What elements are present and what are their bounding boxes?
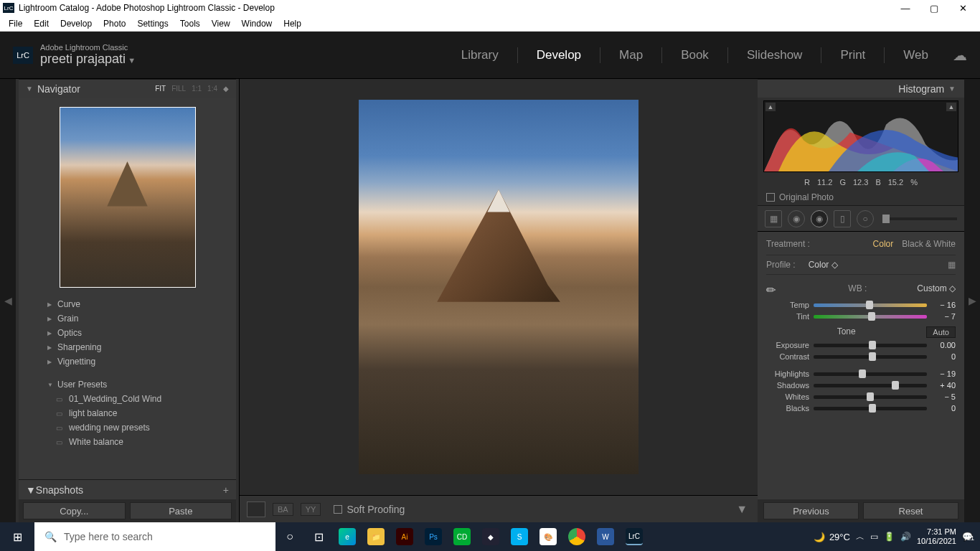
mask-slider[interactable] xyxy=(882,217,957,220)
highlight-clip-icon[interactable]: ▲ xyxy=(946,103,956,111)
coreldraw-icon[interactable]: CD xyxy=(448,522,476,551)
treatment-bw[interactable]: Black & White xyxy=(902,239,956,249)
shadow-clip-icon[interactable]: ▲ xyxy=(765,103,776,111)
explorer-icon[interactable]: 📁 xyxy=(362,522,390,551)
maximize-button[interactable]: ▢ xyxy=(920,1,948,15)
menu-settings[interactable]: Settings xyxy=(131,19,174,29)
preset-group[interactable]: ▶Optics xyxy=(19,326,236,340)
tint-slider[interactable]: Tint − 7 xyxy=(766,311,956,322)
wb-preset-dropdown[interactable]: Custom ◇ xyxy=(917,283,956,293)
zoom-fill[interactable]: FILL xyxy=(171,85,186,93)
treatment-color[interactable]: Color xyxy=(873,239,894,249)
lightroom-taskbar-icon[interactable]: LrC xyxy=(620,522,649,551)
zoom-dropdown-icon[interactable]: ◆ xyxy=(223,85,229,93)
zoom-fit[interactable]: FIT xyxy=(155,85,166,93)
word-icon[interactable]: W xyxy=(591,522,620,551)
before-after-lr-button[interactable]: BA xyxy=(273,503,293,516)
navigator-header[interactable]: ▼ Navigator FIT FILL 1:1 1:4 ◆ xyxy=(19,79,236,98)
menu-view[interactable]: View xyxy=(206,19,236,29)
menu-tools[interactable]: Tools xyxy=(174,19,206,29)
right-panel-toggle[interactable]: ▶ xyxy=(964,79,980,522)
copy-button[interactable]: Copy... xyxy=(23,502,126,519)
navigator-zoom-opts[interactable]: FIT FILL 1:1 1:4 ◆ xyxy=(155,85,229,93)
highlights-slider[interactable]: Highlights − 19 xyxy=(766,368,956,380)
task-view-icon[interactable]: ⊡ xyxy=(304,522,333,551)
auto-tone-button[interactable]: Auto xyxy=(926,326,956,338)
menu-photo[interactable]: Photo xyxy=(98,19,131,29)
volume-icon[interactable]: 🔊 xyxy=(900,532,911,542)
preset-group[interactable]: ▶Sharpening xyxy=(19,340,236,354)
preset-group[interactable]: ▶Grain xyxy=(19,311,236,326)
edge-icon[interactable]: e xyxy=(333,522,362,551)
previous-button[interactable]: Previous xyxy=(763,502,859,519)
blacks-slider[interactable]: Blacks 0 xyxy=(766,402,956,414)
exposure-slider[interactable]: Exposure 0.00 xyxy=(766,339,956,351)
menu-develop[interactable]: Develop xyxy=(55,19,98,29)
toolbar-menu-button[interactable]: ▼ xyxy=(733,500,750,519)
redeye-tool[interactable]: ◉ xyxy=(811,210,828,227)
temp-slider[interactable]: Temp − 16 xyxy=(766,299,956,311)
paint-icon[interactable]: 🎨 xyxy=(534,522,562,551)
main-photo[interactable] xyxy=(359,100,639,474)
tray-chevron-icon[interactable]: ︿ xyxy=(856,531,864,543)
chrome-icon[interactable] xyxy=(562,522,591,551)
navigator-preview[interactable] xyxy=(19,98,236,297)
preset-group[interactable]: ▶Curve xyxy=(19,297,236,311)
skype-icon[interactable]: S xyxy=(505,522,534,551)
paste-button[interactable]: Paste xyxy=(130,502,232,519)
app-icon[interactable]: ◆ xyxy=(476,522,505,551)
left-panel-toggle[interactable]: ◀ xyxy=(0,79,16,522)
preset-item[interactable]: ▭wedding new presets xyxy=(19,420,236,435)
photoshop-icon[interactable]: Ps xyxy=(419,522,448,551)
image-viewport[interactable] xyxy=(240,79,758,495)
soft-proof-checkbox[interactable] xyxy=(334,505,342,514)
module-map[interactable]: Map xyxy=(613,48,649,62)
cortana-icon[interactable]: ○ xyxy=(275,522,304,551)
menu-edit[interactable]: Edit xyxy=(28,19,55,29)
profile-row[interactable]: Profile : Color ◇ ▦ xyxy=(766,255,956,275)
module-library[interactable]: Library xyxy=(456,48,504,62)
spot-tool[interactable]: ◉ xyxy=(788,210,805,227)
profile-browser-icon[interactable]: ▦ xyxy=(948,260,956,270)
taskbar-search[interactable]: 🔍 Type here to search xyxy=(34,522,275,551)
cloud-sync-icon[interactable]: ☁ xyxy=(953,47,967,64)
notifications-icon[interactable]: 💬21 xyxy=(962,532,973,542)
zoom-1-1[interactable]: 1:1 xyxy=(192,85,202,93)
battery-icon[interactable]: 🔋 xyxy=(884,532,895,542)
zoom-1-4[interactable]: 1:4 xyxy=(207,85,217,93)
preset-item[interactable]: ▭light balance xyxy=(19,406,236,420)
illustrator-icon[interactable]: Ai xyxy=(390,522,419,551)
module-print[interactable]: Print xyxy=(834,48,871,62)
wb-eyedropper-icon[interactable]: ✎ xyxy=(763,277,785,299)
reset-button[interactable]: Reset xyxy=(863,502,958,519)
module-book[interactable]: Book xyxy=(675,48,715,62)
gradient-tool[interactable]: ▯ xyxy=(834,210,851,227)
shadows-slider[interactable]: Shadows + 40 xyxy=(766,380,956,391)
module-web[interactable]: Web xyxy=(897,48,934,62)
module-develop[interactable]: Develop xyxy=(531,48,587,62)
menu-file[interactable]: File xyxy=(3,19,28,29)
radial-tool[interactable]: ○ xyxy=(857,210,874,227)
weather-widget[interactable]: 🌙 29°C xyxy=(814,532,850,542)
menu-help[interactable]: Help xyxy=(278,19,307,29)
crop-tool[interactable]: ▦ xyxy=(765,210,782,227)
start-button[interactable]: ⊞ xyxy=(0,522,34,551)
preset-group[interactable]: ▶Vignetting xyxy=(19,354,236,369)
user-presets-group[interactable]: ▼User Presets xyxy=(19,377,236,392)
menu-window[interactable]: Window xyxy=(236,19,278,29)
contrast-slider[interactable]: Contrast 0 xyxy=(766,351,956,362)
module-slideshow[interactable]: Slideshow xyxy=(741,48,809,62)
add-snapshot-button[interactable]: + xyxy=(223,484,229,496)
minimize-button[interactable]: — xyxy=(891,1,920,15)
preset-item[interactable]: ▭01_Wedding_Cold Wind xyxy=(19,392,236,406)
identity-plate[interactable]: Adobe Lightroom Classic preeti prajapati… xyxy=(40,43,136,67)
taskbar-clock[interactable]: 7:31 PM 10/16/2021 xyxy=(917,527,956,546)
loupe-view-button[interactable] xyxy=(247,501,265,517)
histogram-header[interactable]: Histogram▼ xyxy=(758,79,964,98)
snapshots-header[interactable]: ▼Snapshots + xyxy=(19,479,236,499)
preset-item[interactable]: ▭White balance xyxy=(19,435,236,449)
histogram-graph[interactable]: ▲ ▲ xyxy=(763,100,958,172)
whites-slider[interactable]: Whites − 5 xyxy=(766,391,956,402)
before-after-tb-button[interactable]: YY xyxy=(301,503,321,516)
close-button[interactable]: ✕ xyxy=(948,1,977,15)
